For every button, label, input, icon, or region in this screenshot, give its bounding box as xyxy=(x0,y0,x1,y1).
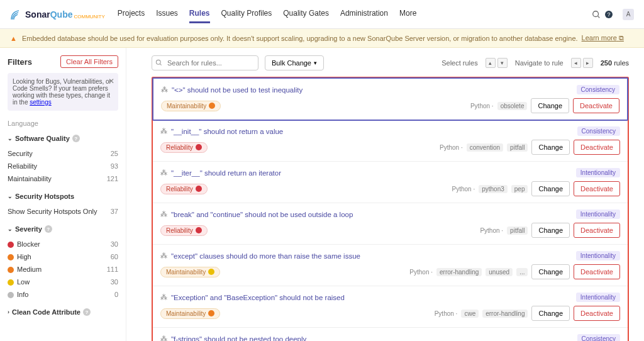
rule-badge: Consistency xyxy=(577,126,620,136)
chevron-down-icon: ⌄ xyxy=(8,193,13,199)
rule-badge: Intentionality xyxy=(576,251,620,260)
severity-dot-icon xyxy=(196,227,202,233)
clean-code-facet[interactable]: › Clean Code Attribute ? xyxy=(8,308,118,316)
select-rules-label: Select rules xyxy=(441,59,477,67)
rule-quality-pill: Reliability xyxy=(160,184,208,194)
change-button[interactable]: Change xyxy=(531,181,570,196)
rule-tag: error-handling xyxy=(436,268,482,276)
settings-link[interactable]: settings xyxy=(30,99,51,106)
software-quality-facet[interactable]: ⌄ Software Quality ? xyxy=(8,135,118,142)
close-icon[interactable]: ✕ xyxy=(108,77,114,86)
rule-type-icon: ⁂ xyxy=(160,169,167,177)
info-box: ✕ Looking for Bugs, Vulnerabilities, or … xyxy=(8,73,118,111)
help-icon[interactable]: ? xyxy=(602,8,615,21)
severity-dot-icon xyxy=(196,186,202,192)
change-button[interactable]: Change xyxy=(531,306,570,321)
change-button[interactable]: Change xyxy=(531,98,569,113)
rule-type-icon: ⁂ xyxy=(160,127,167,135)
help-icon[interactable]: ? xyxy=(72,135,80,142)
rule-row[interactable]: ⁂"__iter__" should return an iteratorInt… xyxy=(153,162,628,203)
chevron-down-icon: ⌄ xyxy=(8,135,13,142)
facet-item-severity-info[interactable]: Info0 xyxy=(8,288,118,301)
user-avatar[interactable]: A xyxy=(623,9,634,20)
rule-row[interactable]: ⁂"<>" should not be used to test inequal… xyxy=(152,77,628,121)
rule-title-link[interactable]: "__iter__" should return an iterator xyxy=(171,169,281,177)
facet-item-security[interactable]: Security25 xyxy=(8,147,118,160)
help-icon[interactable]: ? xyxy=(83,308,91,316)
change-button[interactable]: Change xyxy=(531,140,570,155)
severity-dot-icon xyxy=(208,269,214,275)
nav-issues[interactable]: Issues xyxy=(156,5,178,23)
rule-type-icon: ⁂ xyxy=(160,252,167,260)
rule-tag: convention xyxy=(467,143,503,152)
facet-item-maintainability[interactable]: Maintainability121 xyxy=(8,172,118,185)
deactivate-button[interactable]: Deactivate xyxy=(574,223,620,238)
security-hotspots-facet[interactable]: ⌄ Security Hotspots xyxy=(8,193,118,200)
svg-line-5 xyxy=(160,64,162,65)
nav-more[interactable]: More xyxy=(399,5,416,23)
rules-search-input[interactable] xyxy=(152,55,258,70)
rule-badge: Consistency xyxy=(577,85,619,94)
nav-prev-button[interactable]: ◂ xyxy=(571,58,581,68)
deactivate-button[interactable]: Deactivate xyxy=(574,140,620,155)
rule-badge: Consistency xyxy=(577,334,620,341)
rule-tag: error-handling xyxy=(482,310,528,318)
change-button[interactable]: Change xyxy=(531,264,570,279)
deactivate-button[interactable]: Deactivate xyxy=(574,306,620,321)
nav-quality-profiles[interactable]: Quality Profiles xyxy=(221,5,272,23)
facet-item-severity-low[interactable]: Low30 xyxy=(8,276,118,288)
change-button[interactable]: Change xyxy=(531,223,570,238)
rule-title-link[interactable]: "<>" should not be used to test inequali… xyxy=(172,86,303,94)
rule-row[interactable]: ⁂"break" and "continue" should not be us… xyxy=(153,203,628,245)
deactivate-button[interactable]: Deactivate xyxy=(574,264,620,279)
logo-qube: Qube xyxy=(50,9,73,20)
select-up-button[interactable]: ▴ xyxy=(486,58,496,68)
rule-row[interactable]: ⁂"__init__" should not return a valueCon… xyxy=(153,120,628,162)
rules-list: ⁂"<>" should not be used to test inequal… xyxy=(152,77,629,341)
facet-item-reliability[interactable]: Reliability93 xyxy=(8,160,118,172)
deactivate-button[interactable]: Deactivate xyxy=(573,98,619,113)
svg-text:?: ? xyxy=(607,11,610,18)
nav-administration[interactable]: Administration xyxy=(340,5,388,23)
banner-learn-more-link[interactable]: Learn more ⧉ xyxy=(582,34,624,42)
rule-title-link[interactable]: "f-strings" should not be nested too dee… xyxy=(171,335,306,342)
rule-tag: cwe xyxy=(461,310,479,318)
severity-facet[interactable]: ⌄ Severity ? xyxy=(8,225,118,233)
rule-row[interactable]: ⁂"except" clauses should do more than ra… xyxy=(153,245,628,286)
facet-item-severity-blocker[interactable]: Blocker30 xyxy=(8,238,118,250)
rule-type-icon: ⁂ xyxy=(160,335,167,341)
rule-type-icon: ⁂ xyxy=(160,293,167,301)
rule-quality-pill: Maintainability xyxy=(160,267,220,277)
warning-banner: ▲ Embedded database should be used for e… xyxy=(0,29,644,48)
svg-line-1 xyxy=(598,16,600,18)
nav-quality-gates[interactable]: Quality Gates xyxy=(283,5,329,23)
rule-title-link[interactable]: "break" and "continue" should not be use… xyxy=(171,211,353,218)
rule-title-link[interactable]: "__init__" should not return a value xyxy=(171,128,283,135)
rule-lang: Python · xyxy=(470,103,494,109)
warning-icon: ▲ xyxy=(10,35,17,42)
facet-item-hotspots[interactable]: Show Security Hotspots Only 37 xyxy=(8,205,118,218)
rule-tag: pitfall xyxy=(507,143,528,152)
clear-all-filters-button[interactable]: Clear All Filters xyxy=(60,55,118,68)
language-facet-label[interactable]: Language xyxy=(8,120,118,127)
nav-rules[interactable]: Rules xyxy=(189,5,210,23)
rule-type-icon: ⁂ xyxy=(160,210,167,218)
nav-next-button[interactable]: ▸ xyxy=(583,58,593,68)
rule-title-link[interactable]: "except" clauses should do more than rai… xyxy=(171,252,360,260)
rule-quality-pill: Maintainability xyxy=(161,101,221,111)
rule-row[interactable]: ⁂"Exception" and "BaseException" should … xyxy=(153,286,628,328)
rule-row[interactable]: ⁂"f-strings" should not be nested too de… xyxy=(153,328,628,341)
deactivate-button[interactable]: Deactivate xyxy=(574,181,620,196)
logo[interactable]: SonarQube COMMUNITY xyxy=(10,8,105,21)
select-down-button[interactable]: ▾ xyxy=(497,58,508,68)
external-link-icon: ⧉ xyxy=(619,34,624,42)
facet-item-severity-medium[interactable]: Medium111 xyxy=(8,263,118,276)
facet-item-severity-high[interactable]: High60 xyxy=(8,250,118,263)
bulk-change-button[interactable]: Bulk Change ▾ xyxy=(265,55,324,70)
rule-tag: obsolete xyxy=(497,102,528,110)
rule-title-link[interactable]: "Exception" and "BaseException" should n… xyxy=(171,294,345,301)
search-icon[interactable] xyxy=(590,8,602,21)
help-icon[interactable]: ? xyxy=(45,225,52,233)
rule-type-icon: ⁂ xyxy=(161,86,168,94)
nav-projects[interactable]: Projects xyxy=(118,5,145,23)
